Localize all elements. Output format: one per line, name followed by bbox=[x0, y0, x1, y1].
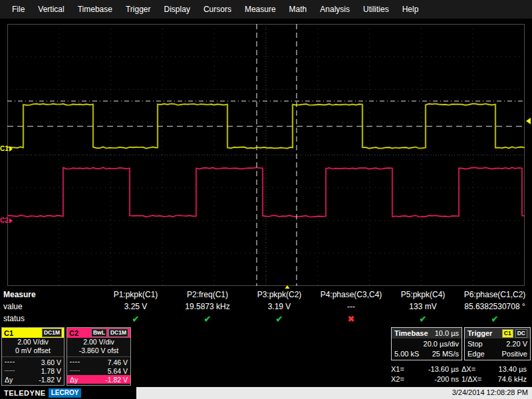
measure-p4-value: --- bbox=[315, 302, 387, 311]
menu-file[interactable]: File bbox=[5, 1, 31, 17]
menu-measure[interactable]: Measure bbox=[238, 1, 283, 17]
invdx-value: 74.6 kHz bbox=[491, 375, 529, 383]
c2-ground-arrow-icon bbox=[9, 218, 13, 223]
c1-marker-label: C1 bbox=[0, 145, 9, 152]
measure-p6-param[interactable]: P6:phase(C1,C2) bbox=[459, 290, 531, 299]
waveform-display-area[interactable]: C1 C2 bbox=[0, 19, 532, 289]
dx-label: ΔX= bbox=[462, 365, 491, 373]
x1-label: X1= bbox=[391, 365, 415, 373]
measure-param-row: Measure P1:pkpk(C1) P2:freq(C1) P3:pkpk(… bbox=[0, 289, 532, 301]
timebase-scale-row: 20.0 µs/div bbox=[392, 338, 462, 348]
c1-channel-marker[interactable]: C1 bbox=[0, 145, 13, 152]
timebase-scale: 20.0 µs/div bbox=[424, 340, 459, 348]
c1-cursor-value-2: 1.78 V bbox=[41, 367, 61, 375]
trigger-coupling-badge: DC bbox=[515, 329, 527, 338]
cursor-line-style-1-icon bbox=[70, 362, 80, 362]
menu-utilities[interactable]: Utilities bbox=[356, 1, 396, 17]
measure-p5-value: 133 mV bbox=[387, 302, 459, 311]
c1-descriptor-header: C1 DC1M bbox=[2, 328, 64, 338]
measure-p4-param[interactable]: P4:phase(C3,C4) bbox=[315, 290, 387, 299]
c1-scale: 2.00 V/div bbox=[2, 338, 64, 346]
c1-descriptor-box[interactable]: C1 DC1M 2.00 V/div 0 mV offset 3.60 V 1.… bbox=[1, 327, 65, 386]
x2-label: X2= bbox=[391, 375, 415, 383]
c1-delta-y-value: -1.82 V bbox=[39, 376, 61, 384]
menu-timebase[interactable]: Timebase bbox=[71, 1, 119, 17]
menu-analysis[interactable]: Analysis bbox=[313, 1, 356, 17]
measure-row-label: Measure bbox=[0, 290, 100, 299]
descriptor-panels: C1 DC1M 2.00 V/div 0 mV offset 3.60 V 1.… bbox=[0, 327, 532, 387]
c2-channel-marker[interactable]: C2 bbox=[0, 217, 13, 224]
c2-delta-y-row: Δy -1.82 V bbox=[67, 375, 130, 384]
dx-value: 13.40 µs bbox=[491, 365, 529, 373]
measure-p2-value: 19.5873 kHz bbox=[172, 302, 243, 311]
trigger-level-marker-icon[interactable] bbox=[526, 118, 531, 124]
menu-vertical[interactable]: Vertical bbox=[31, 1, 70, 17]
measure-p2-param[interactable]: P2:freq(C1) bbox=[172, 290, 243, 299]
c1-coupling-badge: DC1M bbox=[42, 329, 62, 337]
c2-delta-y-value: -1.82 V bbox=[105, 376, 128, 384]
measure-p4-status-icon: ✖ bbox=[315, 314, 387, 324]
cursor-line-style-2-icon bbox=[70, 370, 80, 371]
c2-cursor-value-1: 7.46 V bbox=[108, 358, 128, 366]
measure-p1-param[interactable]: P1:pkpk(C1) bbox=[100, 290, 172, 299]
c2-delta-y-label: Δy bbox=[70, 376, 78, 384]
c1-cursor-row-1: 3.60 V bbox=[2, 358, 64, 366]
c2-coupling-badge: DC1M bbox=[108, 329, 128, 337]
cursor-line-style-2-icon bbox=[5, 370, 15, 371]
c1-ground-arrow-icon bbox=[9, 146, 13, 152]
timebase-label: Timebase bbox=[394, 329, 428, 337]
value-row-label: value bbox=[0, 302, 100, 311]
measure-p6-status-icon: ✔ bbox=[459, 314, 531, 324]
trigger-descriptor-box[interactable]: Trigger C1 DC Stop 2.20 V Edge Positive bbox=[464, 327, 531, 360]
status-row-label: status bbox=[0, 314, 100, 323]
c1-delta-y-label: Δy bbox=[5, 376, 13, 384]
c1-label: C1 bbox=[4, 329, 13, 337]
waveform-grid[interactable] bbox=[7, 24, 525, 286]
menu-cursors[interactable]: Cursors bbox=[197, 1, 238, 17]
measure-p5-status-icon: ✔ bbox=[387, 314, 459, 324]
menu-bar: File Vertical Timebase Trigger Display C… bbox=[0, 0, 532, 19]
c1-cursor-readouts: 3.60 V 1.78 V Δy -1.82 V bbox=[2, 356, 64, 384]
datetime-display: 3/24/2014 12:08:28 PM bbox=[452, 388, 528, 396]
brand-teledyne: TELEDYNE bbox=[4, 389, 46, 397]
c2-label: C2 bbox=[69, 329, 78, 337]
timebase-sample-rate: 25 MS/s bbox=[432, 350, 459, 358]
trigger-mode: Stop bbox=[467, 340, 483, 348]
c2-cursor-row-2: 5.64 V bbox=[67, 366, 130, 375]
c2-offset: -3.860 V ofst bbox=[67, 346, 130, 355]
trigger-level: 2.20 V bbox=[506, 340, 527, 348]
cursor-readout-row-1: X1= -13.60 µs ΔX= 13.40 µs bbox=[391, 364, 532, 374]
c1-cursor-row-2: 1.78 V bbox=[2, 366, 64, 375]
x2-value: -200 ns bbox=[415, 375, 462, 383]
menu-display[interactable]: Display bbox=[158, 1, 197, 17]
measure-p3-param[interactable]: P3:pkpk(C2) bbox=[243, 290, 315, 299]
trigger-header: Trigger C1 DC bbox=[465, 328, 530, 338]
invdx-label: 1/ΔX= bbox=[462, 375, 491, 383]
c2-cursor-value-2: 5.64 V bbox=[108, 367, 128, 375]
cursor-readout-panel: X1= -13.60 µs ΔX= 13.40 µs X2= -200 ns 1… bbox=[391, 364, 532, 384]
menu-trigger[interactable]: Trigger bbox=[119, 1, 158, 17]
trigger-source-badge: C1 bbox=[502, 329, 513, 338]
cursor-line-style-1-icon bbox=[5, 362, 15, 362]
c2-descriptor-box[interactable]: C2 BwL DC1M 2.00 V/div -3.860 V ofst 7.4… bbox=[66, 327, 131, 386]
measure-table: Measure P1:pkpk(C1) P2:freq(C1) P3:pkpk(… bbox=[0, 289, 532, 327]
c2-cursor-row-1: 7.46 V bbox=[67, 358, 130, 366]
c2-bandwidth-limit-badge: BwL bbox=[91, 329, 107, 337]
x1-value: -13.60 µs bbox=[415, 365, 462, 373]
measure-p2-status-icon: ✔ bbox=[172, 314, 243, 324]
trigger-slope: Positive bbox=[501, 350, 527, 358]
c1-delta-y-row: Δy -1.82 V bbox=[2, 375, 64, 384]
c1-cursor-value-1: 3.60 V bbox=[41, 358, 61, 366]
brand-lecroy: LECROY bbox=[49, 388, 82, 398]
measure-p5-param[interactable]: P5:pkpk(C4) bbox=[387, 290, 459, 299]
c2-cursor-readouts: 7.46 V 5.64 V Δy -1.82 V bbox=[67, 356, 130, 384]
measure-status-row: status ✔ ✔ ✔ ✖ ✔ ✔ bbox=[0, 313, 532, 325]
measure-p6-value: 85.6382530708 ° bbox=[459, 302, 531, 311]
timebase-descriptor-box[interactable]: Timebase 10.0 µs 20.0 µs/div 5.00 kS 25 … bbox=[391, 327, 462, 360]
timebase-samples: 5.00 kS bbox=[394, 350, 419, 358]
trigger-label: Trigger bbox=[467, 329, 492, 337]
trigger-type: Edge bbox=[467, 350, 485, 358]
menu-help[interactable]: Help bbox=[396, 1, 426, 17]
timebase-delay: 10.0 µs bbox=[435, 329, 459, 337]
menu-math[interactable]: Math bbox=[283, 1, 314, 17]
